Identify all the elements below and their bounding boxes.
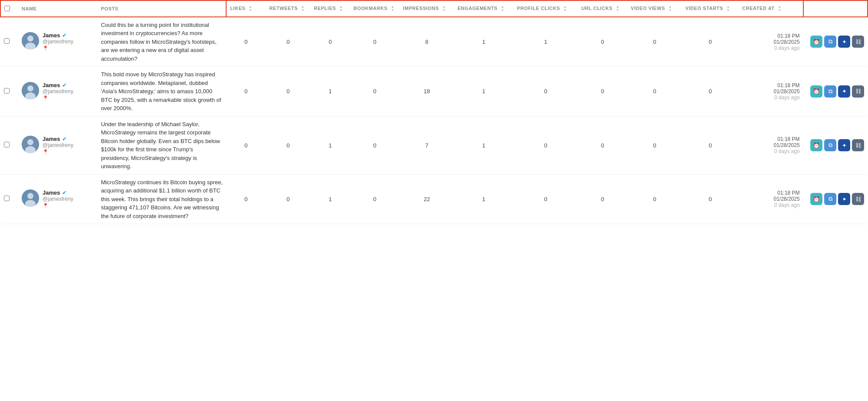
created-at-cell: 01:18 PM 01/28/2025 0 days ago: [739, 174, 803, 224]
replies-cell: 1: [310, 116, 350, 174]
replies-sort-icon[interactable]: ▲▼: [339, 5, 343, 12]
url-clicks-header[interactable]: URL CLICKS ▲▼: [578, 0, 627, 17]
profile-clicks-sort-icon[interactable]: ▲▼: [563, 5, 567, 12]
row-checkbox[interactable]: [4, 88, 10, 94]
row-checkbox-cell[interactable]: [0, 67, 18, 117]
engagements-cell: 1: [454, 116, 513, 174]
link-button[interactable]: ⛓: [852, 85, 864, 98]
checkbox-header[interactable]: [0, 0, 18, 17]
link-button[interactable]: ⛓: [852, 193, 864, 205]
actions-cell: ⏰⧉✦⛓: [803, 116, 868, 174]
duplicate-button[interactable]: ⧉: [824, 193, 836, 205]
avatar: [22, 82, 39, 99]
actions-cell: ⏰⧉✦⛓: [803, 174, 868, 224]
engagements-sort-icon[interactable]: ▲▼: [501, 5, 504, 12]
row-checkbox-cell[interactable]: [0, 17, 18, 67]
name-header[interactable]: NAME: [18, 0, 98, 17]
actions-cell: ⏰⧉✦⛓: [803, 17, 868, 67]
likes-sort-icon[interactable]: ▲▼: [249, 5, 252, 12]
url-clicks-cell: 0: [578, 174, 627, 224]
profile-clicks-cell: 0: [513, 116, 578, 174]
bookmarks-header[interactable]: BOOKMARKS ▲▼: [350, 0, 400, 17]
boost-button[interactable]: ✦: [838, 36, 850, 48]
created-time: 01:18 PM: [742, 33, 799, 39]
engagements-header[interactable]: ENGAGEMENTS ▲▼: [454, 0, 513, 17]
impressions-cell: 18: [400, 67, 454, 117]
created-time: 01:18 PM: [742, 190, 799, 196]
location-icon: 📍: [43, 149, 73, 155]
avatar: [22, 136, 39, 153]
created-at-cell: 01:18 PM 01/28/2025 0 days ago: [739, 17, 803, 67]
boost-button[interactable]: ✦: [838, 85, 850, 98]
bookmarks-cell: 0: [350, 116, 400, 174]
likes-cell: 0: [226, 174, 266, 224]
created-ago: 0 days ago: [742, 45, 799, 51]
user-info: James ✔ @jamesfreny 📍: [43, 82, 73, 101]
created-ago: 0 days ago: [742, 202, 799, 208]
replies-cell: 1: [310, 174, 350, 224]
schedule-button[interactable]: ⏰: [810, 193, 822, 205]
retweets-cell: 0: [266, 116, 311, 174]
post-text: Under the leadership of Michael Saylor, …: [101, 121, 220, 170]
likes-cell: 0: [226, 67, 266, 117]
post-text: Could this be a turning point for instit…: [101, 22, 217, 62]
user-info: James ✔ @jamesfreny 📍: [43, 189, 73, 209]
video-views-sort-icon[interactable]: ▲▼: [668, 5, 672, 12]
replies-cell: 1: [310, 67, 350, 117]
duplicate-button[interactable]: ⧉: [824, 85, 836, 98]
boost-button[interactable]: ✦: [838, 139, 850, 151]
profile-clicks-cell: 0: [513, 174, 578, 224]
table-body: James ✔ @jamesfreny 📍 Could this be a tu…: [0, 17, 868, 224]
svg-point-7: [27, 139, 33, 145]
created-at-header[interactable]: CREATED AT ▲▼: [739, 0, 803, 17]
row-checkbox[interactable]: [4, 196, 10, 201]
impressions-header[interactable]: IMPRESSIONS ▲▼: [400, 0, 454, 17]
retweets-sort-icon[interactable]: ▲▼: [301, 5, 305, 12]
video-views-cell: 0: [628, 174, 682, 224]
schedule-button[interactable]: ⏰: [810, 36, 822, 48]
boost-button[interactable]: ✦: [838, 193, 850, 205]
main-table-container: NAME POSTS LIKES ▲▼ RETWEETS ▲▼ REPLIES …: [0, 0, 868, 224]
row-checkbox-cell[interactable]: [0, 174, 18, 224]
link-button[interactable]: ⛓: [852, 139, 864, 151]
impressions-sort-icon[interactable]: ▲▼: [442, 5, 446, 12]
retweets-header[interactable]: RETWEETS ▲▼: [266, 0, 311, 17]
svg-point-4: [27, 85, 33, 91]
posts-header[interactable]: POSTS: [98, 0, 227, 17]
video-views-header[interactable]: VIDEO VIEWS ▲▼: [628, 0, 682, 17]
user-cell: James ✔ @jamesfreny 📍: [18, 67, 98, 117]
url-clicks-sort-icon[interactable]: ▲▼: [616, 5, 619, 12]
location-icon: 📍: [43, 46, 73, 51]
profile-clicks-header[interactable]: PROFILE CLICKS ▲▼: [513, 0, 578, 17]
video-starts-cell: 0: [682, 174, 739, 224]
bookmarks-sort-icon[interactable]: ▲▼: [391, 5, 394, 12]
profile-clicks-cell: 0: [513, 67, 578, 117]
created-at-sort-icon[interactable]: ▲▼: [778, 5, 781, 12]
retweets-cell: 0: [266, 17, 311, 67]
row-checkbox[interactable]: [4, 142, 10, 147]
created-date: 01/28/2025: [742, 196, 799, 202]
duplicate-button[interactable]: ⧉: [824, 139, 836, 151]
url-clicks-cell: 0: [578, 67, 627, 117]
svg-point-10: [27, 193, 33, 199]
video-starts-sort-icon[interactable]: ▲▼: [727, 5, 730, 12]
verified-icon: ✔: [62, 82, 67, 88]
verified-icon: ✔: [62, 189, 67, 196]
schedule-button[interactable]: ⏰: [810, 85, 822, 98]
impressions-cell: 7: [400, 116, 454, 174]
row-checkbox-cell[interactable]: [0, 116, 18, 174]
bookmarks-cell: 0: [350, 17, 400, 67]
profile-clicks-cell: 1: [513, 17, 578, 67]
duplicate-button[interactable]: ⧉: [824, 36, 836, 48]
replies-header[interactable]: REPLIES ▲▼: [310, 0, 350, 17]
table-row: James ✔ @jamesfreny 📍 Under the leadersh…: [0, 116, 868, 174]
link-button[interactable]: ⛓: [852, 36, 864, 48]
select-all-checkbox[interactable]: [4, 6, 10, 11]
created-date: 01/28/2025: [742, 88, 799, 95]
post-text-cell: This bold move by MicroStrategy has insp…: [98, 67, 227, 117]
retweets-cell: 0: [266, 67, 311, 117]
schedule-button[interactable]: ⏰: [810, 139, 822, 151]
likes-header[interactable]: LIKES ▲▼: [226, 0, 266, 17]
video-starts-header[interactable]: VIDEO STARTS ▲▼: [682, 0, 739, 17]
row-checkbox[interactable]: [4, 38, 10, 44]
